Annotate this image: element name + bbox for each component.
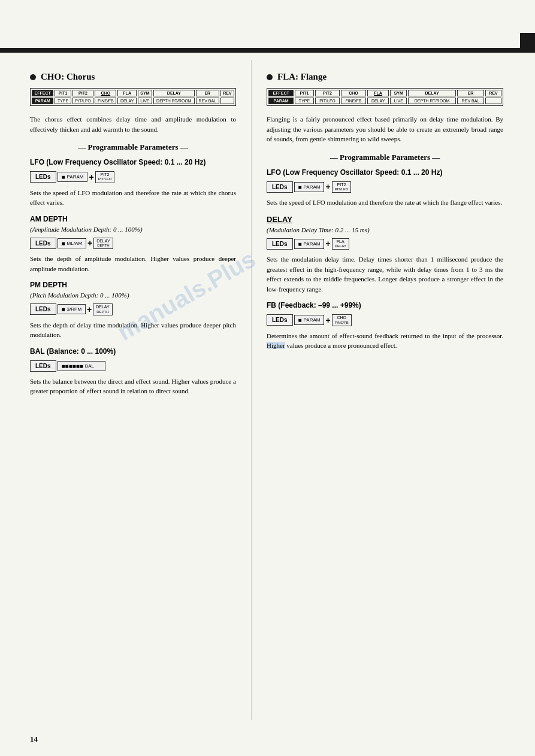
fla-table-header-6: DELAY [408,90,456,96]
cho-table-row2-2: PIT/LFO [72,98,94,104]
cho-lfo-param-box: PIT2 PIT/LFO [95,171,115,183]
cho-pm-led: LEDs [30,303,56,315]
fla-table-row2-5: LIVE [390,98,407,104]
fla-intro-text: Flanging is a fairly pronounced effect b… [267,114,503,144]
cho-title-text: CHO: Chorus [41,72,95,82]
page-number: 14 [30,734,38,744]
cho-bullet [30,74,36,80]
cho-table-row2-1: TYPE [55,98,71,104]
cho-table-row2-0: PARAM [32,98,53,104]
fla-delay-subtitle: (Modulation Delay Time: 0.2 ... 15 ms) [267,226,503,233]
cho-table-header-6: DELAY [153,90,195,96]
cho-table-row2-3: FINE/FB [95,98,116,104]
cho-am-desc: Sets the depth of amplitude modulation. … [30,254,236,274]
fla-table-header-4: FLA [367,90,389,96]
fla-fb-param-box: CHOFINE/FB [332,314,352,326]
cho-am-param-box: DELAYDEPTH [93,238,113,250]
cho-am-subtitle: (Amplitude Modulation Depth: 0 ... 100%) [30,226,236,233]
fla-delay-led: LEDs [267,238,293,250]
fla-prog-params-title: — Programmable Parameters — [267,153,503,162]
fla-fb-title: FB (Feedback: –99 ... +99%) [267,301,503,309]
cho-intro-text: The chorus effect combines delay time an… [30,114,236,134]
cho-bal-connector: ■■■■■■ BAL [58,361,105,371]
fla-table-row2-3: FINE/FB [341,98,366,104]
cho-table-header-8: REV [220,90,234,96]
cho-pm-subtitle: (Pitch Modulation Depth: 0 ... 100%) [30,292,236,299]
fla-delay-title: DELAY [267,215,503,224]
fla-table-header-8: REV [485,90,501,96]
fla-table-header-2: PIT2 [315,90,340,96]
fla-section-title: FLA: Flange [267,72,503,82]
cho-lfo-connector: ■ PARAM [58,172,88,182]
cho-pm-desc: Sets the depth of delay time modulation.… [30,320,236,340]
cho-table-header-1: PIT1 [55,90,71,96]
cho-bal-led: LEDs [30,360,56,372]
fla-lfo-led: LEDs [267,181,293,193]
fla-effect-table: EFFECT PIT1 PIT2 CHO FLA SYM DELAY ER RE… [267,88,503,106]
cho-table-row2-7: REV BAL [196,98,219,104]
fla-table-row2-4: DELAY [367,98,389,104]
fla-fb-diagram: LEDs ■ PARAM + CHOFINE/FB [267,314,503,326]
fla-bullet [267,74,273,80]
cho-prog-params-title: — Programmable Parameters — [30,142,236,152]
cho-bal-diagram: LEDs ■■■■■■ BAL [30,360,236,372]
fla-table-row2-7: REV BAL [457,98,484,104]
cho-table-header-0: EFFECT [32,90,53,96]
cho-am-led: LEDs [30,238,56,249]
cho-section-title: CHO: Chorus [30,72,236,82]
fla-table-row2-8 [485,98,501,104]
fla-lfo-title: LFO (Low Frequency Oscillator Speed: 0.1… [267,168,503,177]
fla-table-header-5: SYM [390,90,407,96]
cho-pm-param-box: DELAYDEPTH [93,303,112,315]
cho-table-header-2: PIT2 [72,90,94,96]
cho-pm-title: PM DEPTH [30,281,236,289]
fla-lfo-desc: Sets the speed of LFO modulation and the… [267,198,503,208]
top-bar [0,48,535,53]
fla-table-header-1: PIT1 [295,90,314,96]
content-area: CHO: Chorus EFFECT PIT1 PIT2 CHO FLA SYM… [0,60,535,720]
cho-table-row2-8 [220,98,234,104]
cho-bal-title: BAL (Balance: 0 ... 100%) [30,347,236,356]
cho-am-connector: ■ ML/AM [58,238,86,248]
cho-lfo-title: LFO (Low Frequency Oscillator Speed: 0.1… [30,158,236,166]
fla-lfo-param-box: PIT2PIT/LFO [332,181,352,193]
fla-table-row2-1: TYPE [295,98,314,104]
fla-table-row2-6: DEPTH RT/ROOM [408,98,456,104]
fla-delay-desc: Sets the modulation delay time. Delay ti… [267,254,503,294]
cho-table-row2-4: DELAY [117,98,137,104]
page: manuals.Plus CHO: Chorus EFFECT PIT1 PIT… [0,0,535,756]
fla-title-text: FLA: Flange [277,72,327,82]
fla-lfo-connector: ■ PARAM [294,182,325,192]
cho-pm-connector: ■ 3/RPM [58,304,86,314]
fla-delay-diagram: LEDs ■ PARAM + FLADELAY [267,238,503,250]
cho-table-row2-5: LIVE [138,98,152,104]
left-column: CHO: Chorus EFFECT PIT1 PIT2 CHO FLA SYM… [0,60,252,720]
fla-lfo-diagram: LEDs ■ PARAM + PIT2PIT/LFO [267,181,503,193]
cho-table-header-4: FLA [117,90,137,96]
cho-table-header-3: CHO [95,90,116,96]
fla-delay-connector: ■ PARAM [294,239,325,249]
cho-table-header-5: SYM [138,90,152,96]
fla-fb-connector: ■ PARAM [294,315,325,325]
fla-table-row2-0: PARAM [268,98,294,104]
fla-fb-led: LEDs [267,314,293,326]
cho-pm-diagram: LEDs ■ 3/RPM + DELAYDEPTH [30,303,236,315]
fla-fb-desc: Determines the amount of effect-sound fe… [267,331,503,351]
cho-lfo-diagram: LEDs ■ PARAM + PIT2 PIT/LFO [30,171,236,183]
cho-am-title: AM DEPTH [30,215,236,223]
fla-table-header-0: EFFECT [268,90,294,96]
fla-delay-param-box: FLADELAY [332,238,349,250]
cho-lfo-desc: Sets the speed of LFO modulation and the… [30,188,236,208]
cho-lfo-led: LEDs [30,171,56,183]
fla-table-header-3: CHO [341,90,366,96]
cho-am-diagram: LEDs ■ ML/AM + DELAYDEPTH [30,238,236,250]
fla-table-header-7: ER [457,90,484,96]
cho-effect-table: EFFECT PIT1 PIT2 CHO FLA SYM DELAY ER RE… [30,88,236,106]
cho-table-header-7: ER [196,90,219,96]
cho-bal-desc: Sets the balance between the direct and … [30,377,236,396]
fla-table-row2-2: PIT/LFO [315,98,340,104]
right-column: FLA: Flange EFFECT PIT1 PIT2 CHO FLA SYM… [252,60,521,720]
cho-table-row2-6: DEPTH RT/ROOM [153,98,195,104]
